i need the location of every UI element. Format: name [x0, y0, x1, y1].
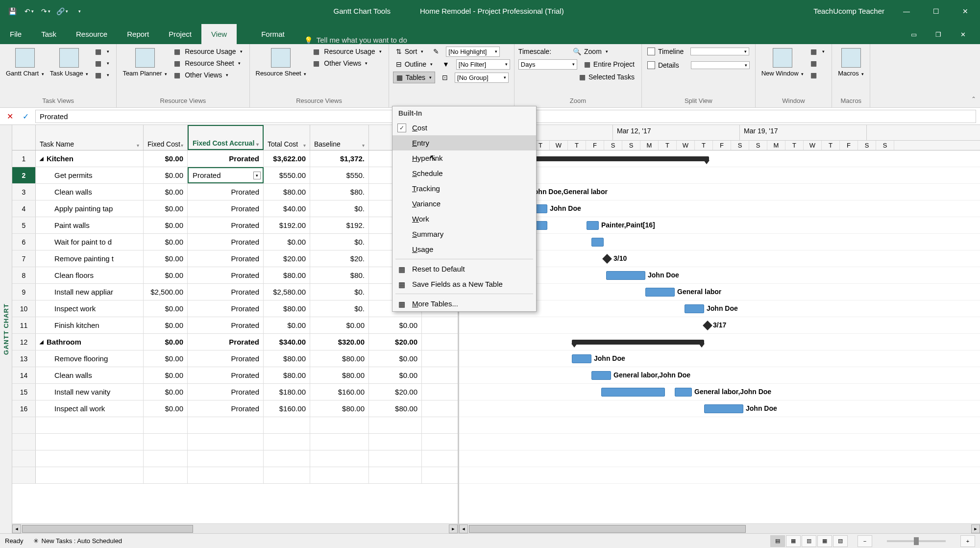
- cell-total-cost[interactable]: $192.00: [264, 217, 310, 233]
- cell-accrual[interactable]: Prorated: [188, 150, 264, 167]
- resource-sheet-big-button[interactable]: Resource Sheet ▾: [254, 46, 309, 79]
- cell-baseline[interactable]: $0.00: [310, 317, 369, 333]
- table-row[interactable]: [12, 467, 458, 484]
- cell-baseline[interactable]: $0.: [310, 234, 369, 250]
- resource-usage-button[interactable]: ▦Resource Usage ▾: [171, 46, 245, 57]
- scroll-left-button[interactable]: ◄: [12, 524, 21, 533]
- gantt-row[interactable]: 3/6: [459, 167, 980, 184]
- cell-fixed-cost[interactable]: $0.00: [144, 334, 188, 350]
- entire-project-button[interactable]: ▦ Entire Project: [581, 59, 637, 70]
- cell-total-cost[interactable]: $180.00: [264, 384, 310, 400]
- row-number[interactable]: [12, 467, 36, 483]
- cell-total-cost[interactable]: $80.00: [264, 367, 310, 383]
- menu-item-entry[interactable]: Entry: [392, 135, 536, 150]
- scroll-left-button[interactable]: ◄: [459, 524, 468, 533]
- row-number[interactable]: [12, 434, 36, 450]
- switch-windows-button[interactable]: ▦▾: [808, 46, 828, 57]
- timescale-combo[interactable]: Days▾: [518, 59, 577, 70]
- cell-task-name[interactable]: Inspect all work: [36, 400, 144, 417]
- table-row[interactable]: 5Paint walls$0.00Prorated$192.00$192.: [12, 217, 458, 234]
- zoom-in-button[interactable]: +: [960, 535, 975, 547]
- cell-total-cost[interactable]: $3,622.00: [264, 150, 310, 167]
- doc-restore-button[interactable]: ❐: [926, 25, 951, 44]
- gantt-task-bar[interactable]: [601, 388, 665, 397]
- cell-fixed-cost[interactable]: $0.00: [144, 150, 188, 167]
- cell-accrual[interactable]: Prorated: [188, 317, 264, 333]
- table-row[interactable]: [12, 434, 458, 450]
- table-row[interactable]: [12, 450, 458, 467]
- gantt-hscroll[interactable]: ◄ ►: [459, 523, 980, 533]
- gantt-row[interactable]: [459, 334, 980, 350]
- table-row[interactable]: 7Remove painting t$0.00Prorated$20.00$20…: [12, 250, 458, 267]
- cell-fixed-cost[interactable]: $0.00: [144, 217, 188, 233]
- cell-accrual[interactable]: Prorated: [188, 400, 264, 417]
- cell-fixed-cost[interactable]: $0.00: [144, 350, 188, 367]
- gantt-task-bar[interactable]: [587, 221, 599, 230]
- row-number[interactable]: 4: [12, 200, 36, 217]
- gantt-chart-button[interactable]: Gantt Chart ▾: [4, 46, 46, 79]
- cell-task-name[interactable]: Inspect work: [36, 300, 144, 317]
- cell-total-cost[interactable]: $0.00: [264, 234, 310, 250]
- gantt-row[interactable]: John Doe: [459, 350, 980, 367]
- col-fixed-cost-accrual[interactable]: Fixed Cost Accrual▾: [188, 125, 264, 150]
- cell-fixed-cost[interactable]: $0.00: [144, 267, 188, 283]
- close-button[interactable]: ✕: [951, 0, 980, 22]
- highlight-filter[interactable]: ✎: [430, 46, 442, 57]
- tab-project[interactable]: Project: [159, 24, 201, 44]
- cell-total-cost[interactable]: $40.00: [264, 200, 310, 217]
- table-row[interactable]: 2Get permits$0.00Prorated▾$550.00$550.: [12, 167, 458, 184]
- row-number[interactable]: 10: [12, 300, 36, 317]
- tab-file[interactable]: File: [0, 24, 31, 44]
- qat-customize[interactable]: ▾: [72, 4, 86, 19]
- menu-item-hyperlink[interactable]: Hyperlink: [392, 150, 536, 166]
- gantt-row[interactable]: John Doe: [459, 400, 980, 417]
- cell-task-name[interactable]: Remove flooring: [36, 350, 144, 367]
- timeline-combo[interactable]: ▾: [690, 48, 749, 55]
- row-number[interactable]: 7: [12, 250, 36, 267]
- zoom-button[interactable]: 🔍 Zoom ▾: [570, 46, 611, 57]
- row-number[interactable]: 3: [12, 184, 36, 200]
- gantt-row[interactable]: General labor,John Doe: [459, 384, 980, 400]
- table-row[interactable]: 8Clean floors$0.00Prorated$80.00$80.: [12, 267, 458, 284]
- gantt-row[interactable]: [459, 434, 980, 450]
- row-number[interactable]: 5: [12, 217, 36, 233]
- cell-fixed-cost[interactable]: $0.00: [144, 367, 188, 383]
- col-baseline[interactable]: Baseline▾: [310, 125, 369, 150]
- team-planner-button[interactable]: Team Planner ▾: [121, 46, 169, 79]
- cell-fixed-cost[interactable]: $0.00: [144, 400, 188, 417]
- gantt-milestone[interactable]: [602, 254, 612, 264]
- hide-button[interactable]: ▦: [808, 70, 828, 80]
- network-diagram-button[interactable]: ▦▾: [92, 46, 112, 57]
- cell-fixed-cost[interactable]: $0.00: [144, 317, 188, 333]
- cell-task-name[interactable]: Get permits: [36, 167, 144, 183]
- resource-usage-button-2[interactable]: ▦Resource Usage ▾: [310, 46, 384, 57]
- arrange-all-button[interactable]: ▦: [808, 58, 828, 69]
- select-all-corner[interactable]: [12, 125, 36, 150]
- view-team-planner-button[interactable]: ▥: [802, 535, 816, 547]
- scroll-right-button[interactable]: ►: [971, 524, 980, 533]
- table-row[interactable]: 11Finish kitchen$0.00Prorated$0.00$0.00$…: [12, 317, 458, 334]
- col-task-name[interactable]: Task Name▾: [36, 125, 144, 150]
- row-number[interactable]: 8: [12, 267, 36, 283]
- cell-task-name[interactable]: Clean walls: [36, 367, 144, 383]
- cell-accrual[interactable]: Prorated▾: [188, 167, 264, 183]
- row-number[interactable]: 6: [12, 234, 36, 250]
- cell-baseline[interactable]: $160.00: [310, 384, 369, 400]
- cell-task-name[interactable]: Install new appliar: [36, 284, 144, 300]
- gantt-row[interactable]: John Doe: [459, 300, 980, 317]
- view-gantt-button[interactable]: ▤: [770, 535, 785, 547]
- cell-accrual[interactable]: Prorated: [188, 234, 264, 250]
- gantt-task-bar[interactable]: [645, 288, 675, 297]
- gantt-task-bar[interactable]: [675, 388, 692, 397]
- view-task-usage-button[interactable]: ▦: [786, 535, 801, 547]
- selected-tasks-button[interactable]: ▦ Selected Tasks: [576, 72, 637, 82]
- row-number[interactable]: 13: [12, 350, 36, 367]
- view-resource-sheet-button[interactable]: ▦: [817, 535, 832, 547]
- menu-reset-default[interactable]: ▦Reset to Default: [392, 261, 536, 276]
- menu-item-tracking[interactable]: Tracking: [392, 181, 536, 196]
- gantt-row[interactable]: Painter,Paint[16]: [459, 217, 980, 234]
- cell-variance[interactable]: $0.00: [369, 317, 422, 333]
- undo-button[interactable]: ↶▾: [22, 4, 36, 19]
- gantt-row[interactable]: John Doe,General labor: [459, 184, 980, 200]
- details-combo[interactable]: ▾: [691, 61, 750, 69]
